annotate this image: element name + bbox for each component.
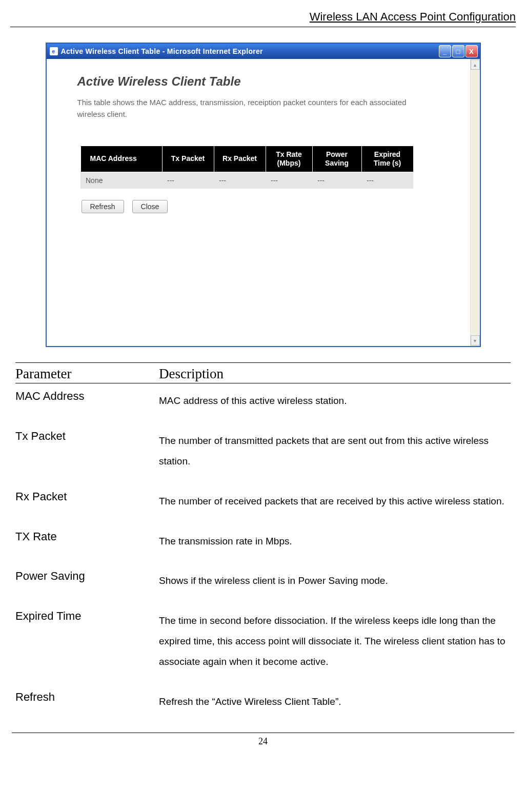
param-name: Expired Time	[15, 610, 159, 623]
col-rate: Tx Rate (Mbps)	[266, 146, 312, 172]
param-name: MAC Address	[15, 390, 159, 403]
param-name: Rx Packet	[15, 490, 159, 503]
cell-mac: None	[80, 172, 162, 189]
page-header: Wireless LAN Access Point Configuration	[10, 10, 516, 27]
param-name: TX Rate	[15, 530, 159, 543]
param-row: TX Rate The transmission rate in Mbps.	[15, 530, 511, 552]
param-row: MAC Address MAC address of this active w…	[15, 390, 511, 411]
scrollbar[interactable]: ▴ ▾	[470, 59, 480, 346]
ie-titlebar[interactable]: e Active Wireless Client Table - Microso…	[47, 44, 480, 59]
refresh-button[interactable]: Refresh	[82, 200, 124, 213]
table-header-row: MAC Address Tx Packet Rx Packet Tx Rate …	[80, 146, 413, 172]
cell-tx: ---	[162, 172, 214, 189]
param-row: Refresh Refresh the “Active Wireless Cli…	[15, 691, 511, 712]
param-desc: Shows if the wireless client is in Power…	[159, 570, 388, 591]
param-name: Power Saving	[15, 570, 159, 583]
param-name: Refresh	[15, 691, 159, 704]
content-heading: Active Wireless Client Table	[77, 74, 455, 89]
client-table: MAC Address Tx Packet Rx Packet Tx Rate …	[80, 146, 414, 189]
close-window-button[interactable]: X	[466, 45, 478, 57]
col-mac: MAC Address	[80, 146, 162, 172]
page-number: 24	[12, 733, 514, 747]
col-rx: Rx Packet	[214, 146, 266, 172]
maximize-button[interactable]: □	[452, 45, 464, 57]
button-row: Refresh Close	[82, 200, 455, 213]
minimize-button[interactable]: _	[439, 45, 451, 57]
param-desc: The number of transmitted packets that a…	[159, 430, 511, 472]
ie-window-title: Active Wireless Client Table - Microsoft…	[61, 47, 439, 55]
ie-app-icon: e	[50, 47, 58, 55]
parameter-section: Parameter Description MAC Address MAC ad…	[15, 362, 511, 712]
col-ps: Power Saving	[312, 146, 361, 172]
window-controls: _ □ X	[439, 45, 478, 57]
header-parameter: Parameter	[15, 366, 159, 382]
param-desc: The number of received packets that are …	[159, 490, 504, 512]
param-desc: The transmission rate in Mbps.	[159, 530, 292, 552]
param-row: Rx Packet The number of received packets…	[15, 490, 511, 512]
param-name: Tx Packet	[15, 430, 159, 443]
ie-window: e Active Wireless Client Table - Microso…	[46, 43, 481, 347]
parameter-header: Parameter Description	[15, 366, 511, 383]
ie-content-wrap: Active Wireless Client Table This table …	[47, 59, 480, 346]
scroll-down-icon[interactable]: ▾	[471, 335, 480, 346]
param-row: Power Saving Shows if the wireless clien…	[15, 570, 511, 591]
cell-ps: ---	[312, 172, 361, 189]
cell-rate: ---	[266, 172, 312, 189]
col-exp: Expired Time (s)	[361, 146, 413, 172]
param-desc: Refresh the “Active Wireless Client Tabl…	[159, 691, 341, 712]
table-row: None --- --- --- --- ---	[80, 172, 413, 189]
cell-exp: ---	[361, 172, 413, 189]
cell-rx: ---	[214, 172, 266, 189]
content-description: This table shows the MAC address, transm…	[77, 97, 426, 120]
param-desc: MAC address of this active wireless stat…	[159, 390, 347, 411]
header-description: Description	[159, 366, 224, 382]
scroll-up-icon[interactable]: ▴	[471, 59, 480, 70]
param-row: Expired Time The time in second before d…	[15, 610, 511, 672]
param-desc: The time in second before dissociation. …	[159, 610, 511, 672]
ie-content: Active Wireless Client Table This table …	[47, 59, 470, 346]
param-row: Tx Packet The number of transmitted pack…	[15, 430, 511, 472]
col-tx: Tx Packet	[162, 146, 214, 172]
close-button[interactable]: Close	[132, 200, 168, 213]
